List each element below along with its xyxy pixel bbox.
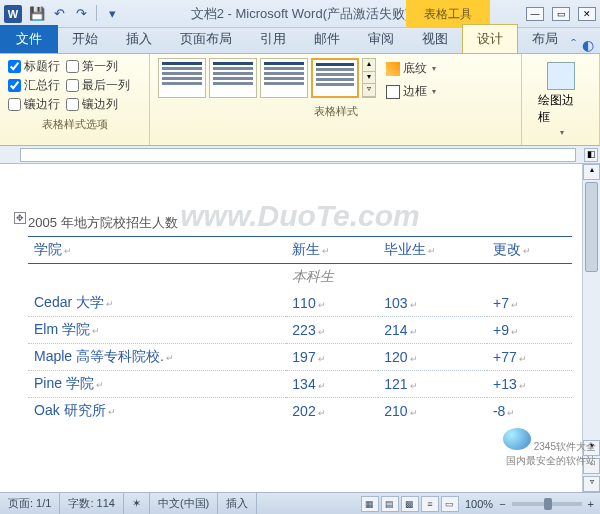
- table-caption: 2005 年地方院校招生人数: [28, 214, 572, 232]
- ribbon: 标题行 第一列 汇总行 最后一列 镶边行 镶边列 表格样式选项 ▴ ▾ ▿: [0, 54, 600, 146]
- gallery-more-icon[interactable]: ▿: [363, 84, 375, 97]
- tab-page-layout[interactable]: 页面布局: [166, 25, 246, 53]
- check-banded-rows[interactable]: 镶边行: [8, 96, 60, 113]
- document-content[interactable]: www.DuoTe.com ✥ 2005 年地方院校招生人数 学院↵ 新生↵ 毕…: [0, 164, 600, 424]
- col-header: 新生↵: [286, 237, 378, 264]
- check-header-row[interactable]: 标题行: [8, 58, 60, 75]
- source-watermark: 2345软件大全 国内最安全的软件站: [503, 428, 596, 468]
- zoom-level[interactable]: 100%: [465, 498, 493, 510]
- view-print-layout-icon[interactable]: ▦: [361, 496, 379, 512]
- ruler-toggle-button[interactable]: ◧: [584, 148, 598, 162]
- table-row: Cedar 大学↵110↵103↵+7↵: [28, 290, 572, 317]
- check-banded-cols[interactable]: 镶边列: [66, 96, 118, 113]
- tab-file[interactable]: 文件: [0, 25, 58, 53]
- tab-review[interactable]: 审阅: [354, 25, 408, 53]
- redo-icon[interactable]: ↷: [72, 5, 90, 23]
- quick-access-toolbar: 💾 ↶ ↷ ▾: [28, 5, 121, 23]
- zoom-in-button[interactable]: +: [588, 498, 594, 510]
- chevron-down-icon: ▾: [560, 128, 564, 137]
- table-header-row: 学院↵ 新生↵ 毕业生↵ 更改↵: [28, 237, 572, 264]
- group-label-options: 表格样式选项: [8, 115, 141, 132]
- chevron-down-icon: ▾: [432, 87, 436, 96]
- shading-button[interactable]: 底纹▾: [382, 58, 440, 79]
- borders-icon: [386, 85, 400, 99]
- check-first-column[interactable]: 第一列: [66, 58, 118, 75]
- pencil-border-icon: [547, 62, 575, 90]
- tab-design[interactable]: 设计: [462, 24, 518, 53]
- paint-bucket-icon: [386, 62, 400, 76]
- window-title: 文档2 - Microsoft Word(产品激活失败): [191, 5, 410, 23]
- proofing-icon: ✶: [132, 497, 141, 510]
- tab-layout[interactable]: 布局: [518, 25, 572, 53]
- ruler-area: ◧: [0, 146, 600, 164]
- table-subheader-row: 本科生: [28, 264, 572, 291]
- status-insert-mode[interactable]: 插入: [218, 493, 257, 514]
- tab-references[interactable]: 引用: [246, 25, 300, 53]
- minimize-ribbon-icon[interactable]: ˆ: [571, 37, 576, 53]
- table-row: Pine 学院↵134↵121↵+13↵: [28, 371, 572, 398]
- window-controls: — ▭ ✕: [526, 7, 596, 21]
- qat-customize-icon[interactable]: ▾: [103, 5, 121, 23]
- table-row: Oak 研究所↵202↵210↵-8↵: [28, 398, 572, 425]
- group-draw-borders: 绘图边框 ▾: [522, 54, 600, 145]
- style-thumb-3[interactable]: [260, 58, 308, 98]
- tab-mailings[interactable]: 邮件: [300, 25, 354, 53]
- col-header: 毕业生↵: [378, 237, 487, 264]
- gallery-down-icon[interactable]: ▾: [363, 72, 375, 85]
- check-total-row[interactable]: 汇总行: [8, 77, 60, 94]
- save-icon[interactable]: 💾: [28, 5, 46, 23]
- table-row: Maple 高等专科院校.↵197↵120↵+77↵: [28, 344, 572, 371]
- status-language[interactable]: 中文(中国): [150, 493, 218, 514]
- style-thumb-2[interactable]: [209, 58, 257, 98]
- style-thumb-1[interactable]: [158, 58, 206, 98]
- minimize-button[interactable]: —: [526, 7, 544, 21]
- draw-borders-label: 绘图边框: [538, 92, 583, 126]
- word-app-icon: W: [4, 5, 22, 23]
- horizontal-ruler[interactable]: [20, 148, 576, 162]
- chevron-down-icon: ▾: [432, 64, 436, 73]
- col-header: 更改↵: [487, 237, 572, 264]
- maximize-button[interactable]: ▭: [552, 7, 570, 21]
- draw-borders-button[interactable]: 绘图边框 ▾: [530, 58, 591, 141]
- undo-icon[interactable]: ↶: [50, 5, 68, 23]
- zoom-out-button[interactable]: −: [499, 498, 505, 510]
- status-page[interactable]: 页面: 1/1: [0, 493, 60, 514]
- ribbon-tabs: 文件 开始 插入 页面布局 引用 邮件 审阅 视图 设计 布局 ˆ ◐: [0, 28, 600, 54]
- col-header: 学院↵: [28, 237, 286, 264]
- close-button[interactable]: ✕: [578, 7, 596, 21]
- group-label-styles: 表格样式: [158, 102, 513, 119]
- check-last-column[interactable]: 最后一列: [66, 77, 130, 94]
- table-move-handle[interactable]: ✥: [14, 212, 26, 224]
- help-icon[interactable]: ◐: [582, 37, 594, 53]
- view-outline-icon[interactable]: ≡: [421, 496, 439, 512]
- data-table[interactable]: 学院↵ 新生↵ 毕业生↵ 更改↵ 本科生 Cedar 大学↵110↵103↵+7…: [28, 236, 572, 424]
- status-word-count[interactable]: 字数: 114: [60, 493, 123, 514]
- view-full-screen-icon[interactable]: ▤: [381, 496, 399, 512]
- zoom-slider[interactable]: [512, 502, 582, 506]
- mascot-icon: [503, 428, 531, 450]
- zoom-slider-thumb[interactable]: [544, 498, 552, 510]
- gallery-up-icon[interactable]: ▴: [363, 59, 375, 72]
- status-proofing[interactable]: ✶: [124, 493, 150, 514]
- group-table-styles: ▴ ▾ ▿ 底纹▾ 边框▾ 表格样式: [150, 54, 522, 145]
- style-thumb-4[interactable]: [311, 58, 359, 98]
- status-bar: 页面: 1/1 字数: 114 ✶ 中文(中国) 插入 ▦ ▤ ▩ ≡ ▭ 10…: [0, 492, 600, 514]
- tab-insert[interactable]: 插入: [112, 25, 166, 53]
- tab-view[interactable]: 视图: [408, 25, 462, 53]
- gallery-scroll: ▴ ▾ ▿: [362, 58, 376, 98]
- table-row: Elm 学院↵223↵214↵+9↵: [28, 317, 572, 344]
- document-area: ▴ ▾ ◦ ▿ www.DuoTe.com ✥ 2005 年地方院校招生人数 学…: [0, 164, 600, 492]
- table-style-gallery: ▴ ▾ ▿: [158, 58, 376, 98]
- group-table-style-options: 标题行 第一列 汇总行 最后一列 镶边行 镶边列 表格样式选项: [0, 54, 150, 145]
- view-web-icon[interactable]: ▩: [401, 496, 419, 512]
- tab-home[interactable]: 开始: [58, 25, 112, 53]
- next-page-button[interactable]: ▿: [583, 476, 600, 492]
- borders-button[interactable]: 边框▾: [382, 81, 440, 102]
- status-right: ▦ ▤ ▩ ≡ ▭ 100% − +: [361, 496, 600, 512]
- subheader-cell: 本科生: [286, 264, 378, 291]
- view-draft-icon[interactable]: ▭: [441, 496, 459, 512]
- qat-divider: [96, 5, 97, 21]
